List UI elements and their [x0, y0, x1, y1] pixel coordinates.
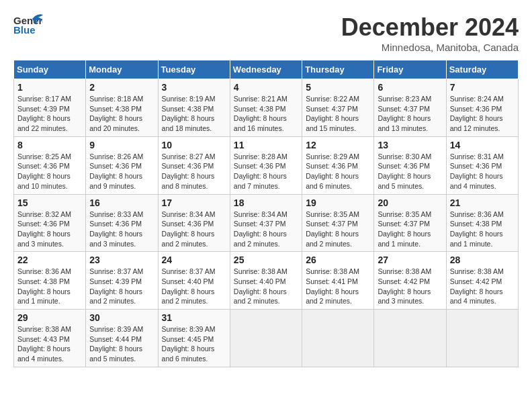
day-info: Sunrise: 8:35 AM Sunset: 4:37 PM Dayligh… [378, 210, 442, 249]
day-info: Sunrise: 8:36 AM Sunset: 4:38 PM Dayligh… [17, 267, 82, 306]
day-number: 8 [17, 140, 82, 150]
day-info: Sunrise: 8:28 AM Sunset: 4:36 PM Dayligh… [234, 152, 298, 191]
day-info: Sunrise: 8:38 AM Sunset: 4:42 PM Dayligh… [378, 267, 442, 306]
empty-cell [374, 310, 446, 367]
calendar-week-3: 15 Sunrise: 8:32 AM Sunset: 4:36 PM Dayl… [14, 194, 519, 252]
day-info: Sunrise: 8:38 AM Sunset: 4:42 PM Dayligh… [450, 267, 515, 306]
day-info: Sunrise: 8:38 AM Sunset: 4:40 PM Dayligh… [234, 267, 298, 306]
day-number: 12 [306, 140, 370, 150]
calendar-day-1: 1 Sunrise: 8:17 AM Sunset: 4:39 PM Dayli… [14, 79, 86, 137]
day-number: 10 [162, 140, 226, 150]
calendar-day-29: 29 Sunrise: 8:38 AM Sunset: 4:43 PM Dayl… [14, 310, 86, 367]
day-number: 29 [17, 312, 82, 323]
calendar-header-wednesday: Wednesday [230, 60, 302, 79]
day-number: 23 [89, 255, 154, 265]
day-info: Sunrise: 8:39 AM Sunset: 4:44 PM Dayligh… [89, 324, 154, 364]
day-info: Sunrise: 8:34 AM Sunset: 4:37 PM Dayligh… [234, 210, 298, 249]
day-number: 20 [378, 197, 442, 208]
day-number: 30 [89, 312, 154, 323]
logo: General Blue [13, 13, 43, 40]
calendar-header-tuesday: Tuesday [158, 60, 230, 79]
day-number: 21 [450, 197, 515, 208]
calendar-day-25: 25 Sunrise: 8:38 AM Sunset: 4:40 PM Dayl… [230, 252, 302, 310]
day-number: 27 [378, 255, 442, 265]
day-number: 31 [162, 312, 226, 323]
day-number: 24 [162, 255, 226, 265]
calendar-day-20: 20 Sunrise: 8:35 AM Sunset: 4:37 PM Dayl… [374, 194, 446, 252]
day-number: 22 [17, 255, 82, 265]
calendar-day-17: 17 Sunrise: 8:34 AM Sunset: 4:36 PM Dayl… [158, 194, 230, 252]
day-number: 13 [378, 140, 442, 150]
calendar-day-22: 22 Sunrise: 8:36 AM Sunset: 4:38 PM Dayl… [14, 252, 86, 310]
day-number: 26 [306, 255, 370, 265]
calendar-header-friday: Friday [374, 60, 446, 79]
calendar-table: SundayMondayTuesdayWednesdayThursdayFrid… [13, 60, 519, 367]
calendar-day-13: 13 Sunrise: 8:30 AM Sunset: 4:36 PM Dayl… [374, 136, 446, 194]
day-info: Sunrise: 8:38 AM Sunset: 4:41 PM Dayligh… [306, 267, 370, 306]
day-number: 6 [378, 82, 442, 93]
day-info: Sunrise: 8:32 AM Sunset: 4:36 PM Dayligh… [17, 210, 82, 249]
empty-cell [302, 310, 374, 367]
day-number: 17 [162, 197, 226, 208]
day-number: 4 [234, 82, 298, 93]
day-number: 1 [17, 82, 82, 93]
day-info: Sunrise: 8:36 AM Sunset: 4:38 PM Dayligh… [450, 210, 515, 249]
calendar-header-sunday: Sunday [14, 60, 86, 79]
calendar-day-31: 31 Sunrise: 8:39 AM Sunset: 4:45 PM Dayl… [158, 310, 230, 367]
day-info: Sunrise: 8:31 AM Sunset: 4:36 PM Dayligh… [450, 152, 515, 191]
day-number: 18 [234, 197, 298, 208]
day-number: 28 [450, 255, 515, 265]
day-number: 11 [234, 140, 298, 150]
empty-cell [230, 310, 302, 367]
calendar-day-27: 27 Sunrise: 8:38 AM Sunset: 4:42 PM Dayl… [374, 252, 446, 310]
location-title: Minnedosa, Manitoba, Canada [341, 42, 519, 53]
day-number: 3 [162, 82, 226, 93]
calendar-day-16: 16 Sunrise: 8:33 AM Sunset: 4:36 PM Dayl… [86, 194, 158, 252]
day-number: 25 [234, 255, 298, 265]
calendar-header-thursday: Thursday [302, 60, 374, 79]
day-number: 14 [450, 140, 515, 150]
svg-text:Blue: Blue [13, 24, 36, 36]
day-info: Sunrise: 8:38 AM Sunset: 4:43 PM Dayligh… [17, 324, 82, 364]
day-info: Sunrise: 8:21 AM Sunset: 4:38 PM Dayligh… [234, 94, 298, 134]
calendar-week-5: 29 Sunrise: 8:38 AM Sunset: 4:43 PM Dayl… [14, 310, 519, 367]
month-title: December 2024 [341, 13, 519, 42]
day-number: 15 [17, 197, 82, 208]
calendar-day-21: 21 Sunrise: 8:36 AM Sunset: 4:38 PM Dayl… [446, 194, 518, 252]
calendar-day-2: 2 Sunrise: 8:18 AM Sunset: 4:38 PM Dayli… [86, 79, 158, 137]
day-number: 7 [450, 82, 515, 93]
day-info: Sunrise: 8:33 AM Sunset: 4:36 PM Dayligh… [89, 210, 154, 249]
calendar-day-28: 28 Sunrise: 8:38 AM Sunset: 4:42 PM Dayl… [446, 252, 518, 310]
day-info: Sunrise: 8:37 AM Sunset: 4:40 PM Dayligh… [162, 267, 226, 306]
calendar-day-10: 10 Sunrise: 8:27 AM Sunset: 4:36 PM Dayl… [158, 136, 230, 194]
calendar-header-monday: Monday [86, 60, 158, 79]
calendar-week-2: 8 Sunrise: 8:25 AM Sunset: 4:36 PM Dayli… [14, 136, 519, 194]
calendar-day-3: 3 Sunrise: 8:19 AM Sunset: 4:38 PM Dayli… [158, 79, 230, 137]
day-info: Sunrise: 8:34 AM Sunset: 4:36 PM Dayligh… [162, 210, 226, 249]
day-number: 9 [89, 140, 154, 150]
calendar-day-18: 18 Sunrise: 8:34 AM Sunset: 4:37 PM Dayl… [230, 194, 302, 252]
title-block: December 2024 Minnedosa, Manitoba, Canad… [341, 13, 519, 53]
calendar-day-12: 12 Sunrise: 8:29 AM Sunset: 4:36 PM Dayl… [302, 136, 374, 194]
calendar-day-24: 24 Sunrise: 8:37 AM Sunset: 4:40 PM Dayl… [158, 252, 230, 310]
calendar-day-14: 14 Sunrise: 8:31 AM Sunset: 4:36 PM Dayl… [446, 136, 518, 194]
day-info: Sunrise: 8:30 AM Sunset: 4:36 PM Dayligh… [378, 152, 442, 191]
calendar-day-11: 11 Sunrise: 8:28 AM Sunset: 4:36 PM Dayl… [230, 136, 302, 194]
day-info: Sunrise: 8:25 AM Sunset: 4:36 PM Dayligh… [17, 152, 82, 191]
calendar-day-4: 4 Sunrise: 8:21 AM Sunset: 4:38 PM Dayli… [230, 79, 302, 137]
calendar-day-23: 23 Sunrise: 8:37 AM Sunset: 4:39 PM Dayl… [86, 252, 158, 310]
calendar-day-6: 6 Sunrise: 8:23 AM Sunset: 4:37 PM Dayli… [374, 79, 446, 137]
calendar-day-5: 5 Sunrise: 8:22 AM Sunset: 4:37 PM Dayli… [302, 79, 374, 137]
day-info: Sunrise: 8:26 AM Sunset: 4:36 PM Dayligh… [89, 152, 154, 191]
logo-icon: General Blue [13, 13, 43, 40]
day-number: 16 [89, 197, 154, 208]
calendar-day-19: 19 Sunrise: 8:35 AM Sunset: 4:37 PM Dayl… [302, 194, 374, 252]
calendar-header-saturday: Saturday [446, 60, 518, 79]
calendar-day-26: 26 Sunrise: 8:38 AM Sunset: 4:41 PM Dayl… [302, 252, 374, 310]
day-info: Sunrise: 8:39 AM Sunset: 4:45 PM Dayligh… [162, 324, 226, 364]
day-info: Sunrise: 8:19 AM Sunset: 4:38 PM Dayligh… [162, 94, 226, 134]
empty-cell [446, 310, 518, 367]
calendar-day-15: 15 Sunrise: 8:32 AM Sunset: 4:36 PM Dayl… [14, 194, 86, 252]
calendar-day-9: 9 Sunrise: 8:26 AM Sunset: 4:36 PM Dayli… [86, 136, 158, 194]
calendar-week-4: 22 Sunrise: 8:36 AM Sunset: 4:38 PM Dayl… [14, 252, 519, 310]
